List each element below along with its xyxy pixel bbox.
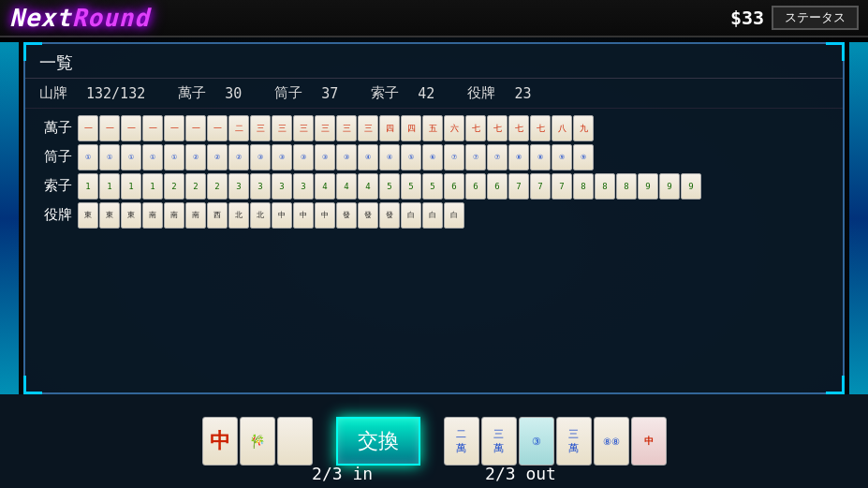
corner-br [826, 376, 845, 394]
panel-title: 一覧 [25, 44, 843, 79]
tile-item: 4 [315, 173, 335, 200]
bottom-tile-r1: 二萬 [444, 417, 479, 466]
tile-item: 東 [99, 202, 120, 229]
tile-item: 三 [272, 115, 292, 141]
tile-item: 西 [207, 202, 228, 229]
bottom-area: 中 🎋 交換 二萬 三萬 ③ 三萬 ⑧⑧ 中 2/3 in 2/3 out [0, 394, 868, 488]
tile-item: 4 [336, 173, 357, 200]
pinzu-value: 37 [321, 85, 338, 102]
sou-row: 索子 11112223333444555666777888999 [35, 173, 833, 200]
tile-item: 7 [530, 173, 551, 200]
tile-item: 南 [185, 202, 206, 229]
honor-label: 役牌 [35, 202, 72, 224]
tile-item: ③ [336, 144, 357, 170]
manzu-value: 30 [225, 85, 242, 102]
tile-item: 七 [465, 115, 486, 141]
tile-item: ③ [293, 144, 314, 170]
tile-item: ② [207, 144, 228, 170]
tile-item: 四 [379, 115, 400, 141]
tile-item: 東 [78, 202, 98, 229]
honor-tiles: 東東東南南南西北北中中中發發發白白白 [78, 202, 464, 229]
bottom-tiles-right: 二萬 三萬 ③ 三萬 ⑧⑧ 中 [444, 417, 667, 466]
tile-item: 三 [293, 115, 314, 141]
tile-item: 3 [228, 173, 249, 200]
tile-item: 6 [444, 173, 464, 200]
tile-item: 中 [272, 202, 292, 229]
yakupai-label: 役牌 [453, 84, 495, 102]
top-right-controls: $33 ステータス [730, 6, 859, 30]
bottom-tile-r5: ⑧⑧ [594, 417, 629, 466]
tile-item: 三 [315, 115, 335, 141]
bottom-info: 2/3 in 2/3 out [0, 464, 868, 483]
bottom-tile-empty [277, 417, 313, 466]
tile-item: 八 [552, 115, 572, 141]
side-decoration-left [0, 42, 19, 394]
pin-row: 筒子 ①①①①①②②②③③③③③④④⑤⑥⑦⑦⑦⑧⑧⑨⑨ [35, 144, 833, 170]
tile-item: ① [142, 144, 163, 170]
tile-item: 白 [444, 202, 464, 229]
in-count: 2/3 in [312, 464, 373, 483]
yamapai-value: 132/132 [86, 85, 145, 102]
pin-label: 筒子 [35, 144, 72, 166]
tile-item: 五 [422, 115, 443, 141]
sou-tiles: 11112223333444555666777888999 [78, 173, 701, 200]
tile-item: ⑧ [508, 144, 529, 170]
tile-item: 1 [99, 173, 120, 200]
tile-item: ⑦ [487, 144, 508, 170]
tile-item: 1 [78, 173, 98, 200]
title-next: Next [9, 4, 72, 32]
bottom-tile-r4: 三萬 [556, 417, 592, 466]
status-button[interactable]: ステータス [772, 6, 859, 30]
tile-item: 一 [78, 115, 98, 141]
tile-item: 8 [595, 173, 615, 200]
tile-item: 三 [358, 115, 378, 141]
bottom-tile-r3: ③ [519, 417, 554, 466]
tile-item: 發 [336, 202, 357, 229]
corner-tr [826, 42, 845, 61]
man-label: 萬子 [35, 115, 72, 137]
tile-item: 南 [164, 202, 184, 229]
tile-item: 七 [487, 115, 508, 141]
tile-item: 1 [121, 173, 141, 200]
tile-item: 1 [142, 173, 163, 200]
tile-item: 北 [228, 202, 249, 229]
tile-item: 一 [207, 115, 228, 141]
tile-item: ⑤ [401, 144, 421, 170]
tile-item: ② [185, 144, 206, 170]
tile-item: 3 [293, 173, 314, 200]
tile-item: 東 [121, 202, 141, 229]
tile-item: 2 [164, 173, 184, 200]
tile-item: ③ [315, 144, 335, 170]
tile-item: 四 [401, 115, 421, 141]
tile-item: 一 [164, 115, 184, 141]
exchange-button[interactable]: 交換 [336, 417, 420, 466]
tile-item: ⑨ [573, 144, 594, 170]
tile-item: ① [121, 144, 141, 170]
tile-item: 一 [185, 115, 206, 141]
tile-item: 中 [315, 202, 335, 229]
app-title: NextRound [9, 4, 150, 32]
tile-item: 6 [487, 173, 508, 200]
tile-item: ③ [250, 144, 271, 170]
tile-item: 9 [659, 173, 680, 200]
tile-item: 九 [573, 115, 594, 141]
tile-item: 一 [142, 115, 163, 141]
tile-item: 3 [250, 173, 271, 200]
tile-item: ① [164, 144, 184, 170]
man-row: 萬子 一一一一一一一二三三三三三三四四五六七七七七八九 [35, 115, 833, 141]
tile-item: 白 [422, 202, 443, 229]
tile-item: ⑦ [465, 144, 486, 170]
tile-item: ⑨ [552, 144, 572, 170]
tile-item: ⑧ [530, 144, 551, 170]
tile-item: 3 [272, 173, 292, 200]
sou-label: 索子 [35, 173, 72, 195]
tile-item: 2 [185, 173, 206, 200]
tile-item: ④ [379, 144, 400, 170]
tile-item: 南 [142, 202, 163, 229]
tile-item: ② [228, 144, 249, 170]
yakupai-value: 23 [514, 85, 531, 102]
tile-item: 發 [358, 202, 378, 229]
tile-item: ④ [358, 144, 378, 170]
bottom-tile-hatsu: 🎋 [240, 417, 275, 466]
tile-item: 七 [508, 115, 529, 141]
